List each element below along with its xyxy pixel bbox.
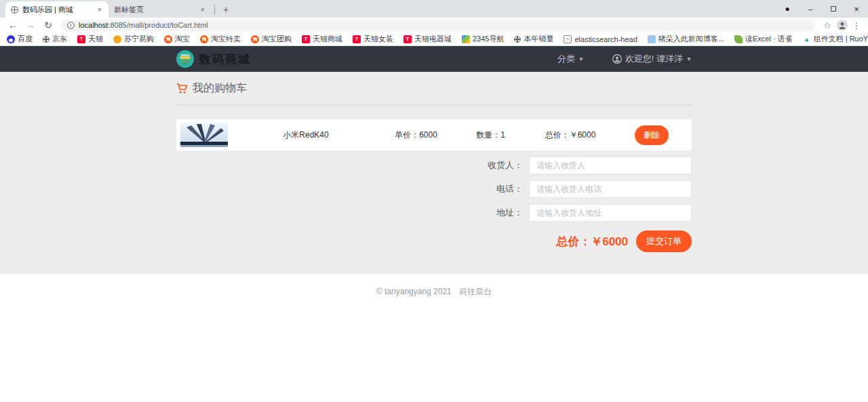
taobao-icon: 淘 xyxy=(251,35,259,43)
bookmark-2345[interactable]: 2345导航 xyxy=(462,34,504,44)
storefront-logo-icon xyxy=(176,50,194,68)
browser-menu-icon[interactable]: ⋮ xyxy=(850,20,863,31)
brand-title[interactable]: 数码商城 xyxy=(199,52,251,67)
tmall-icon: T xyxy=(353,35,361,43)
close-tab-icon[interactable]: × xyxy=(199,5,206,14)
consignee-input[interactable] xyxy=(529,157,692,174)
bookmark-star-icon[interactable]: ☆ xyxy=(821,20,834,31)
maximize-button[interactable] xyxy=(822,5,845,13)
browser-tab-newtab[interactable]: 新标签页 × xyxy=(108,1,212,18)
submit-order-button[interactable]: 提交订单 xyxy=(636,230,692,252)
unit-price: 单价：6000 xyxy=(384,129,448,141)
url-host: localhost xyxy=(79,21,108,29)
bookmark-suning[interactable]: 苏宁易购 xyxy=(113,34,154,44)
category-menu[interactable]: 分类 ▼ xyxy=(557,53,584,65)
cart-title-row: 我的购物车 xyxy=(176,72,692,96)
admin-backend-link[interactable]: 前往后台 xyxy=(459,287,492,296)
address-bar[interactable]: i localhost:8085/mall/product/toCart.htm… xyxy=(61,20,815,31)
baidu-paw-icon xyxy=(7,35,15,43)
person-icon xyxy=(612,54,622,64)
order-total-row: 总价：￥6000 提交订单 xyxy=(176,230,692,252)
globe-icon xyxy=(43,36,50,43)
bookmarks-bar: 百度 京东 T天猫 苏宁易购 淘淘宝 淘淘宝特卖 淘淘宝团购 T天猫商城 T天猫… xyxy=(0,33,868,46)
new-tab-button[interactable]: + xyxy=(223,4,229,15)
tab-title: 数码乐园 | 商城 xyxy=(22,5,92,15)
product-image xyxy=(180,123,228,147)
bookmark-jd[interactable]: 京东 xyxy=(43,34,67,44)
cart-item-row: 小米RedK40 单价：6000 数量：1 总价：￥6000 删除 xyxy=(176,119,692,150)
chevron-down-icon: ▼ xyxy=(578,56,584,62)
bookmark-blog[interactable]: 猪朵入此新闻博客... xyxy=(648,34,724,44)
quantity: 数量：1 xyxy=(448,129,533,141)
address-input[interactable] xyxy=(529,204,692,222)
bookmark-taobao-sale[interactable]: 淘淘宝特卖 xyxy=(200,34,241,44)
bookmark-taobao-group[interactable]: 淘淘宝团购 xyxy=(251,34,292,44)
bookmark-tmall-electronics[interactable]: T天猫电器城 xyxy=(403,34,452,44)
product-name: 小米RedK40 xyxy=(228,129,384,141)
bookmark-taobao[interactable]: 淘淘宝 xyxy=(164,34,190,44)
tmall-icon: T xyxy=(77,35,85,43)
nav2345-icon xyxy=(462,35,470,43)
forward-icon[interactable]: → xyxy=(23,20,38,31)
refresh-icon[interactable]: ↻ xyxy=(41,20,56,31)
delete-item-button[interactable]: 删除 xyxy=(635,125,669,145)
page-title: 我的购物车 xyxy=(193,81,247,96)
window-controls: ● – × xyxy=(776,0,868,18)
tab-separator xyxy=(214,5,215,14)
consignee-row: 收货人： xyxy=(176,157,692,174)
minimize-button[interactable]: – xyxy=(799,5,822,13)
mall-header: 数码商城 分类 ▼ 欢迎您! 谭洋洋 ▼ xyxy=(0,46,868,72)
address-label: 地址： xyxy=(496,207,523,219)
leaf-icon xyxy=(734,35,743,43)
blog-icon xyxy=(648,35,656,43)
tmall-icon: T xyxy=(302,35,310,43)
copyright-text: © tanyangyang 2021 xyxy=(376,287,452,296)
back-icon[interactable]: ← xyxy=(5,20,20,31)
media-controls-icon[interactable]: ● xyxy=(776,4,799,14)
address-row: 地址： xyxy=(176,204,692,222)
bookmark-sales[interactable]: 本年销量 xyxy=(514,34,553,44)
cart-page: 我的购物车 xyxy=(0,72,868,274)
bookmark-es-head[interactable]: ∩elasticsearch-head xyxy=(564,35,637,43)
bookmark-yuque[interactable]: 读Excel · 语雀 xyxy=(734,34,793,44)
bookmark-ruoyi[interactable]: ▲组件文档 | RuoYi xyxy=(803,34,868,44)
browser-tab-strip: 数码乐园 | 商城 × 新标签页 × + ● – × xyxy=(0,0,868,18)
magnet-icon: ∩ xyxy=(564,35,572,43)
phone-input[interactable] xyxy=(529,180,692,198)
page-viewport: 数码商城 分类 ▼ 欢迎您! 谭洋洋 ▼ xyxy=(0,46,868,402)
maximize-icon xyxy=(831,6,836,12)
consignee-label: 收货人： xyxy=(488,159,523,172)
bookmark-baidu[interactable]: 百度 xyxy=(7,34,33,44)
grand-total: 总价：￥6000 xyxy=(556,234,628,249)
chevron-down-icon: ▼ xyxy=(686,56,692,62)
close-tab-icon[interactable]: × xyxy=(96,5,103,14)
user-menu[interactable]: 欢迎您! 谭洋洋 ▼ xyxy=(612,53,692,65)
avatar-icon xyxy=(837,20,848,31)
globe-icon xyxy=(514,36,521,43)
cart-icon xyxy=(176,83,188,94)
phone-row: 电话： xyxy=(176,180,692,198)
url-text: localhost:8085/mall/product/toCart.html xyxy=(79,21,208,29)
phone-label: 电话： xyxy=(496,183,523,195)
bookmark-tmall[interactable]: T天猫 xyxy=(77,34,103,44)
bookmark-tmall-mall[interactable]: T天猫商城 xyxy=(302,34,342,44)
tab-title: 新标签页 xyxy=(114,5,195,15)
mall-logo[interactable] xyxy=(176,50,194,68)
site-footer: © tanyangyang 2021 前往后台 xyxy=(0,274,868,402)
line-total: 总价：￥6000 xyxy=(533,129,608,141)
browser-tab-mall[interactable]: 数码乐园 | 商城 × xyxy=(5,1,108,18)
welcome-text: 欢迎您! 谭洋洋 xyxy=(625,53,683,65)
browser-toolbar: ← → ↻ i localhost:8085/mall/product/toCa… xyxy=(0,18,868,33)
tmall-icon: T xyxy=(403,35,412,43)
suning-icon xyxy=(113,35,121,43)
divider xyxy=(176,104,692,106)
taobao-icon: 淘 xyxy=(200,35,208,43)
site-info-icon[interactable]: i xyxy=(67,22,75,29)
ruoyi-icon: ▲ xyxy=(803,35,811,43)
profile-avatar[interactable] xyxy=(837,20,848,31)
taobao-icon: 淘 xyxy=(164,35,172,43)
url-path: :8085/mall/product/toCart.html xyxy=(108,21,208,29)
globe-favicon xyxy=(11,6,18,14)
bookmark-tmall-fashion[interactable]: T天猫女装 xyxy=(353,34,393,44)
close-window-button[interactable]: × xyxy=(845,4,868,14)
